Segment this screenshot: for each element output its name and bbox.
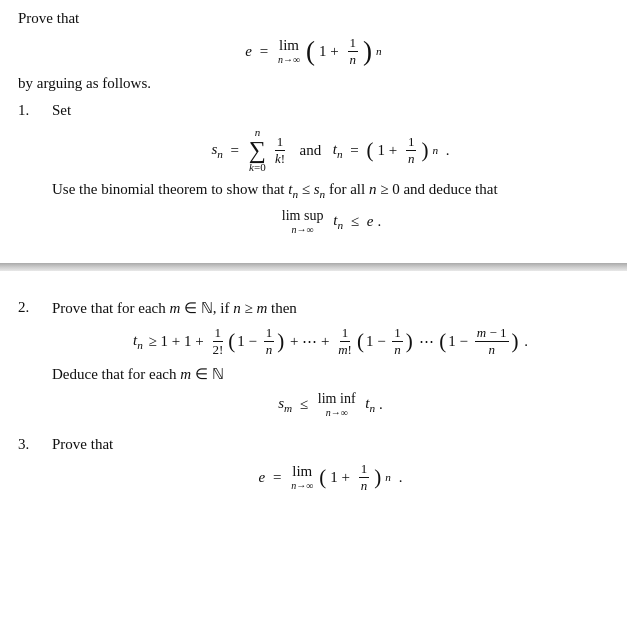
liminf-operator: lim inf n→∞ [318, 391, 356, 418]
p3l: ( [439, 332, 446, 351]
p2r: ) [406, 332, 413, 351]
tn-exponent: n [432, 144, 438, 156]
liminf-formula: sm ≤ lim inf n→∞ tn . [52, 391, 609, 418]
item3-e: e [259, 469, 266, 486]
tn-right-paren: ) [421, 141, 428, 160]
set-label: Set [52, 102, 609, 119]
item3-formula: e = lim n→∞ ( 1 + 1 n ) n . [52, 461, 609, 493]
exponent-n: n [376, 45, 382, 57]
one-over-k-fact: 1 k! [273, 134, 287, 166]
by-arguing-text: by arguing as follows. [18, 75, 609, 92]
item2-number: 2. [18, 299, 46, 316]
list-item-3: 3. Prove that e = lim n→∞ ( 1 + 1 n ) n [18, 436, 609, 501]
sm-var: sm [278, 395, 292, 414]
deduce-text: Deduce that for each m ∈ ℕ [52, 365, 609, 383]
limsup-operator: lim sup n→∞ [282, 208, 324, 235]
item3-lp: ( [319, 468, 326, 487]
item3-content: Prove that e = lim n→∞ ( 1 + 1 n ) n . [52, 436, 609, 501]
sn-tn-formula: sn = n ∑ k=0 1 k! and tn = ( 1 + 1 [52, 127, 609, 173]
limsup-e: e [367, 213, 374, 230]
item3-text: Prove that [52, 436, 609, 453]
liminf-tn: tn [362, 395, 376, 414]
tn-lhs: tn [133, 332, 143, 351]
item3-lim: lim n→∞ [291, 463, 313, 491]
bottom-section: 2. Prove that for each m ∈ ℕ, if n ≥ m t… [0, 271, 627, 501]
list-item-2: 2. Prove that for each m ∈ ℕ, if n ≥ m t… [18, 299, 609, 426]
one-over-n: 1 n [348, 35, 359, 67]
limsup-tn: tn [329, 212, 343, 231]
sum-operator: n ∑ k=0 [249, 127, 266, 173]
f3: m − 1 n [475, 325, 509, 357]
one-over-mfact: 1 m! [336, 325, 354, 357]
item1-content: Set sn = n ∑ k=0 1 k! and tn = ( 1 [52, 102, 609, 243]
item1-number: 1. [18, 102, 46, 119]
e-var: e [245, 43, 252, 60]
lim-operator: lim n→∞ [278, 37, 300, 65]
one-over-2fact: 1 2! [210, 325, 225, 357]
item3-exp: n [385, 471, 391, 483]
use-binomial-text: Use the binomial theorem to show that tn… [52, 181, 609, 200]
limsup-formula: lim sup n→∞ tn ≤ e . [52, 208, 609, 235]
list-item-1: 1. Set sn = n ∑ k=0 1 k! and tn = [18, 102, 609, 243]
tn-one-over-n: 1 n [406, 134, 417, 166]
item2-text: Prove that for each m ∈ ℕ, if n ≥ m then [52, 299, 609, 317]
item3-number: 3. [18, 436, 46, 453]
intro-text: Prove that [18, 10, 609, 27]
top-section: Prove that e = lim n→∞ ( 1 + 1 n ) n by … [0, 0, 627, 243]
tn-var: tn [333, 141, 343, 160]
tn-left-paren: ( [367, 141, 374, 160]
p1r: ) [277, 332, 284, 351]
left-paren: ( [306, 39, 315, 63]
f2: 1 n [392, 325, 403, 357]
item2-content: Prove that for each m ∈ ℕ, if n ≥ m then… [52, 299, 609, 426]
main-limit-formula: e = lim n→∞ ( 1 + 1 n ) n [18, 35, 609, 67]
p1l: ( [228, 332, 235, 351]
right-paren: ) [363, 39, 372, 63]
item3-frac: 1 n [359, 461, 370, 493]
p2l: ( [357, 332, 364, 351]
item3-rp: ) [374, 468, 381, 487]
sn-var: sn [211, 141, 222, 160]
p3r: ) [512, 332, 519, 351]
f1: 1 n [264, 325, 275, 357]
section-divider [0, 263, 627, 271]
tn-inequality-formula: tn ≥ 1 + 1 + 1 2! ( 1 − 1 n ) + ⋯ + 1 m! [52, 325, 609, 357]
